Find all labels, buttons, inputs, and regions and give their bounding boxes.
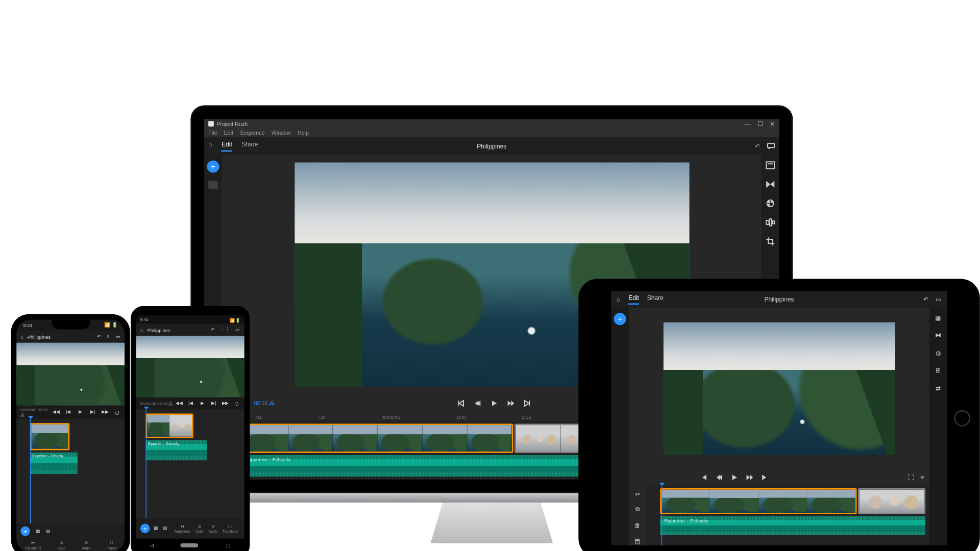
home-icon[interactable]: ⌂: [617, 296, 620, 303]
step-fwd-button[interactable]: [507, 400, 514, 407]
playhead[interactable]: [662, 486, 662, 545]
comment-icon[interactable]: ▭: [116, 334, 120, 340]
step-fwd-button[interactable]: [746, 474, 752, 481]
home-icon[interactable]: ⌂: [208, 141, 212, 152]
timeline[interactable]: Ripperton – Echocity: [16, 419, 125, 523]
fullscreen-icon[interactable]: ⛶: [908, 474, 914, 481]
tool-transform[interactable]: ⛶Transform: [223, 524, 238, 533]
video-preview[interactable]: [136, 336, 244, 397]
timeline[interactable]: Ripperton – Echocity: [136, 409, 244, 518]
menu-window[interactable]: Window: [272, 130, 291, 136]
project-panel-icon[interactable]: [208, 181, 218, 189]
video-preview[interactable]: [664, 322, 895, 455]
tool-transform[interactable]: ⛶Transf: [107, 541, 116, 550]
color-panel-icon[interactable]: [766, 198, 775, 208]
tab-share[interactable]: Share: [647, 294, 664, 305]
menu-file[interactable]: File: [208, 130, 217, 136]
transform-panel-icon[interactable]: ⇄: [934, 384, 943, 393]
step-back-button[interactable]: [716, 474, 722, 481]
tracks-icon[interactable]: ▤: [633, 537, 643, 545]
tool-color[interactable]: ◍Color: [195, 524, 204, 533]
undo-icon[interactable]: ↶: [755, 143, 761, 149]
tool-audio[interactable]: ⊞Audio: [209, 524, 217, 533]
goto-start-button[interactable]: [701, 474, 707, 481]
play-button[interactable]: [731, 474, 738, 481]
comment-icon[interactable]: ▭: [936, 296, 942, 303]
delete-icon[interactable]: 🗑: [633, 521, 643, 530]
tab-edit[interactable]: Edit: [222, 141, 232, 152]
menu-edit[interactable]: Edit: [224, 130, 233, 136]
step-fwd-button[interactable]: ▶▶: [222, 400, 229, 407]
window-max-button[interactable]: ☐: [757, 120, 763, 127]
tool-audio[interactable]: ⊞Audio: [82, 541, 90, 550]
play-button[interactable]: ▶: [77, 409, 84, 415]
transitions-panel-icon[interactable]: [766, 180, 775, 189]
audio-panel-icon[interactable]: ⊞: [934, 366, 943, 375]
color-panel-icon[interactable]: ◍: [934, 348, 943, 358]
menu-help[interactable]: Help: [298, 130, 309, 136]
window-close-button[interactable]: ✕: [770, 120, 775, 127]
audio-panel-icon[interactable]: [766, 218, 775, 228]
video-preview[interactable]: [16, 343, 125, 406]
comment-icon[interactable]: [767, 143, 775, 149]
playhead[interactable]: [146, 409, 146, 518]
play-button[interactable]: [491, 400, 498, 407]
home-icon[interactable]: ⌂: [20, 334, 23, 339]
titles-panel-icon[interactable]: [766, 161, 775, 170]
audio-clip[interactable]: Ripperton – Echocity: [146, 440, 207, 460]
tool-transitions[interactable]: ⧓Transitions: [24, 541, 41, 550]
add-media-button[interactable]: +: [140, 523, 150, 533]
titles-panel-icon[interactable]: ▦: [934, 313, 943, 322]
add-media-button[interactable]: +: [614, 313, 626, 325]
goto-start-button[interactable]: [458, 400, 465, 407]
comment-icon[interactable]: ▭: [235, 327, 240, 333]
tablet-home-button[interactable]: [954, 410, 970, 427]
android-home-button[interactable]: [181, 543, 199, 547]
duplicate-icon[interactable]: ⧉: [633, 505, 643, 514]
menu-sequence[interactable]: Sequence: [240, 130, 264, 136]
menu-icon[interactable]: ≡: [920, 474, 924, 481]
undo-icon[interactable]: ↶: [211, 327, 215, 333]
step-fwd-button[interactable]: ▶▶: [102, 409, 108, 415]
step-back-button[interactable]: ◀◀: [53, 409, 59, 415]
loop-button[interactable]: ⭯: [114, 409, 120, 415]
undo-icon[interactable]: ↶: [97, 334, 101, 340]
add-media-button[interactable]: +: [20, 527, 30, 536]
tool-color[interactable]: ◍Color: [58, 541, 66, 550]
undo-icon[interactable]: ↶: [923, 296, 929, 303]
video-clip-2[interactable]: [858, 488, 925, 514]
play-button[interactable]: ▶: [199, 400, 205, 407]
loop-button[interactable]: ⭯: [233, 400, 240, 407]
tracks-icon[interactable]: ▤: [46, 529, 51, 534]
tab-edit[interactable]: Edit: [628, 294, 639, 305]
tracks-icon[interactable]: ▤: [163, 525, 167, 531]
step-back-button[interactable]: ◀◀: [176, 400, 182, 407]
transitions-panel-icon[interactable]: ⧓: [934, 331, 943, 340]
prev-button[interactable]: |◀: [187, 400, 194, 407]
titles-icon[interactable]: ▦: [36, 529, 40, 534]
android-back-button[interactable]: ◁: [150, 543, 154, 548]
titles-icon[interactable]: ▦: [154, 525, 158, 531]
video-clip[interactable]: [30, 423, 69, 450]
add-media-button[interactable]: +: [207, 161, 219, 173]
video-clip-1[interactable]: [242, 423, 513, 453]
android-recents-button[interactable]: ▢: [226, 543, 231, 548]
next-button[interactable]: ▶|: [210, 400, 217, 407]
share-icon[interactable]: ⋮⋮: [220, 327, 230, 333]
next-button[interactable]: ▶|: [89, 409, 96, 415]
audio-clip[interactable]: Ripperton – Echocity: [30, 452, 78, 474]
share-icon[interactable]: ⇪: [106, 334, 110, 340]
prev-button[interactable]: |◀: [65, 409, 71, 415]
goto-end-button[interactable]: [524, 400, 530, 407]
crop-panel-icon[interactable]: [766, 237, 775, 246]
home-icon[interactable]: ⌂: [140, 328, 143, 332]
step-back-button[interactable]: [475, 400, 481, 407]
tool-transitions[interactable]: ⧓Transitions: [174, 524, 190, 533]
goto-end-button[interactable]: [761, 474, 767, 481]
video-clip[interactable]: [146, 413, 193, 438]
playhead[interactable]: [30, 419, 31, 523]
tab-share[interactable]: Share: [241, 141, 258, 152]
video-clip-1[interactable]: [660, 488, 856, 514]
timeline[interactable]: Ripperton – Echocity: [647, 486, 930, 545]
window-min-button[interactable]: —: [745, 120, 751, 127]
